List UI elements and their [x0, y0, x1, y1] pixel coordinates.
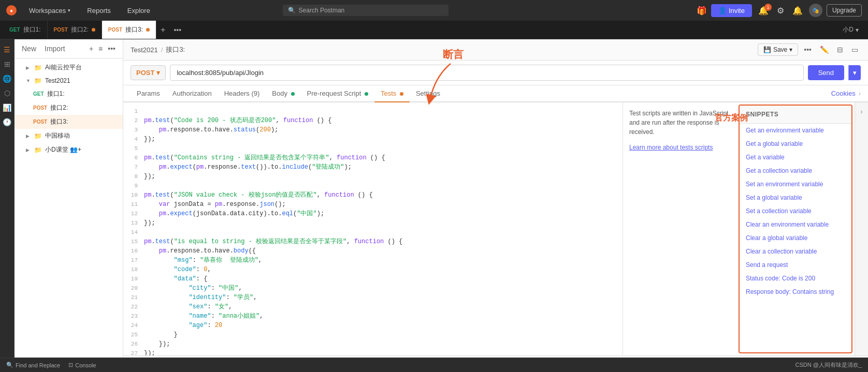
environments-icon[interactable]: 🌐: [1, 72, 13, 85]
info-panel: Test scripts are written in JavaScript, …: [623, 102, 736, 355]
code-line-14: 14: [123, 228, 623, 237]
right-content: Test2021 / 接口3: 💾 Save ▾ ••• ✏️ ⊟ ▭ POST…: [123, 39, 868, 372]
collection-tree: ▶ 📁 Ai能云控平台 ▼ 📁 Test2021 GET 接口1: POST 接…: [15, 58, 123, 372]
nav-workspaces[interactable]: Workspaces ▾: [25, 5, 75, 17]
code-line-4: 4 });: [123, 135, 623, 144]
search-bar[interactable]: 🔍 Search Postman: [283, 5, 449, 16]
code-line-2: 2 pm.test("Code is 200 - 状态码是否200", func…: [123, 116, 623, 125]
code-line-7: 7 pm.expect(pm.response.text()).to.inclu…: [123, 162, 623, 172]
method-selector[interactable]: POST ▾: [131, 65, 166, 80]
csdn-label: CSDN @人间有味是清欢_: [795, 361, 862, 369]
panel-icon[interactable]: ▭: [849, 44, 861, 55]
code-line-1: 1: [123, 107, 623, 116]
snippet-clear-collection-var[interactable]: Clear a collection variable: [740, 245, 851, 258]
request-item-api2[interactable]: POST 接口2:: [15, 101, 123, 115]
gift-icon[interactable]: 🎁: [697, 6, 707, 16]
search-icon: 🔍: [288, 7, 296, 14]
collapse-right-icon[interactable]: ›: [857, 107, 867, 117]
tab-post-api2[interactable]: POST 接口2:: [48, 21, 102, 39]
tab-get-api1[interactable]: GET 接口1:: [3, 21, 48, 39]
snippet-get-variable[interactable]: Get a variable: [740, 151, 851, 164]
collections-icon[interactable]: ☰: [1, 43, 13, 56]
code-line-8: 8 });: [123, 172, 623, 181]
invite-button[interactable]: 👤 Invite: [711, 4, 752, 17]
tab-authorization[interactable]: Authorization: [166, 85, 218, 102]
code-editor[interactable]: 1 2 pm.test("Code is 200 - 状态码是否200", fu…: [123, 102, 623, 355]
snippet-set-collection-var[interactable]: Set a collection variable: [740, 204, 851, 218]
history-icon[interactable]: 🕐: [1, 116, 13, 128]
snippet-clear-env-var[interactable]: Clear an environment variable: [740, 218, 851, 231]
editor-area: 1 2 pm.test("Code is 200 - 状态码是否200", fu…: [123, 102, 868, 355]
code-line-10: 10 pm.test("JSON value check - 校验json的值是…: [123, 190, 623, 200]
tab-pre-request[interactable]: Pre-request Script: [301, 85, 374, 102]
collection-more-button[interactable]: •••: [106, 43, 118, 54]
code-line-9: 9: [123, 181, 623, 190]
snippet-response-body[interactable]: Response body: Contains string: [740, 285, 851, 299]
tab-params[interactable]: Params: [131, 85, 166, 102]
snippet-get-collection-var[interactable]: Get a collection variable: [740, 164, 851, 177]
tab-settings[interactable]: Settings: [410, 85, 446, 102]
breadcrumb-actions: 💾 Save ▾ ••• ✏️ ⊟ ▭: [758, 43, 861, 56]
code-line-16: 16 pm.response.to.have.body({: [123, 246, 623, 256]
filter-button[interactable]: ≡: [96, 43, 105, 54]
postman-logo: ●: [6, 5, 17, 16]
cookies-link[interactable]: Cookies: [831, 90, 856, 97]
mock-icon[interactable]: ⬡: [1, 87, 13, 99]
send-options-button[interactable]: ▾: [848, 65, 861, 80]
info-panel-text: Test scripts are written in JavaScript, …: [629, 109, 730, 137]
chevron-right-icon[interactable]: ›: [859, 90, 861, 97]
add-tab-button[interactable]: +: [156, 25, 169, 35]
snippet-get-global-var[interactable]: Get a global variable: [740, 137, 851, 151]
snippet-clear-global-var[interactable]: Clear a global variable: [740, 231, 851, 245]
request-item-api1[interactable]: GET 接口1:: [15, 87, 123, 101]
monitors-icon[interactable]: 📊: [1, 101, 13, 114]
alerts-icon[interactable]: 🔔: [790, 5, 805, 17]
avatar[interactable]: 🎭: [809, 4, 822, 17]
send-button[interactable]: Send: [808, 65, 844, 80]
edit-icon[interactable]: ✏️: [817, 44, 831, 55]
tab-tests[interactable]: Tests: [374, 85, 410, 102]
more-tabs-button[interactable]: •••: [169, 26, 185, 34]
snippet-set-global-var[interactable]: Set a global variable: [740, 191, 851, 204]
workspace-selector[interactable]: 小D ▾: [836, 25, 865, 34]
add-collection-button[interactable]: +: [87, 43, 95, 54]
code-line-12: 12 pm.expect(jsonData.data.city).to.eql(…: [123, 209, 623, 218]
top-nav: ● Workspaces ▾ Reports Explore 🔍 Search …: [0, 0, 868, 21]
upgrade-button[interactable]: Upgrade: [827, 4, 862, 17]
tab-post-api3[interactable]: POST 接口3:: [102, 21, 156, 39]
nav-reports[interactable]: Reports: [83, 5, 115, 17]
request-tabs: Params Authorization Headers (9) Body Pr…: [123, 85, 868, 102]
snippet-set-env-var[interactable]: Set an environment variable: [740, 177, 851, 191]
code-line-15: 15 pm.test("is equal to string - 校验返回结果是…: [123, 237, 623, 246]
tab-headers[interactable]: Headers (9): [218, 85, 266, 102]
save-button[interactable]: 💾 Save ▾: [758, 43, 798, 56]
url-input[interactable]: [170, 65, 803, 81]
collection-item-zhongguo[interactable]: ▶ 📁 中国移动: [15, 129, 123, 143]
new-button[interactable]: New: [20, 43, 38, 54]
snippet-status-code[interactable]: Status code: Code is 200: [740, 272, 851, 285]
find-replace-button[interactable]: 🔍 Find and Replace: [6, 362, 60, 368]
apis-icon[interactable]: ⊞: [1, 58, 13, 70]
learn-more-link[interactable]: Learn more about tests scripts: [629, 144, 713, 151]
collection-item-ai[interactable]: ▶ 📁 Ai能云控平台: [15, 61, 123, 75]
bottom-bar: 🔍 Find and Replace ⊡ Console CSDN @人间有味是…: [0, 358, 868, 372]
code-line-26: 26 });: [123, 339, 623, 349]
tab-body[interactable]: Body: [266, 85, 300, 102]
import-button[interactable]: Import: [42, 43, 67, 54]
nav-explore[interactable]: Explore: [123, 5, 154, 17]
code-line-6: 6 pm.test("Contains string - 返回结果是否包含某个字…: [123, 153, 623, 162]
settings-icon[interactable]: ⚙: [775, 5, 786, 17]
collection-item-test2021[interactable]: ▼ 📁 Test2021: [15, 75, 123, 87]
snippet-send-request[interactable]: Send a request: [740, 258, 851, 272]
more-options-button[interactable]: •••: [801, 44, 814, 55]
code-line-20: 20 "city": "中国",: [123, 284, 623, 293]
tabs-bar: GET 接口1: POST 接口2: POST 接口3: + ••• 小D ▾: [0, 21, 868, 39]
sidebar-icon-panel: ☰ ⊞ 🌐 ⬡ 📊 🕐: [0, 39, 15, 372]
snippets-header: SNIPPETS: [740, 106, 851, 124]
notifications-icon[interactable]: 🔔 1: [756, 5, 771, 17]
collection-item-xiaod[interactable]: ▶ 📁 小D课堂 👥+: [15, 143, 123, 157]
request-item-api3[interactable]: POST 接口3:: [15, 115, 123, 129]
console-button[interactable]: ⊡ Console: [68, 362, 96, 368]
snippet-get-env-var[interactable]: Get an environment variable: [740, 124, 851, 137]
split-view-icon[interactable]: ⊟: [834, 44, 846, 55]
